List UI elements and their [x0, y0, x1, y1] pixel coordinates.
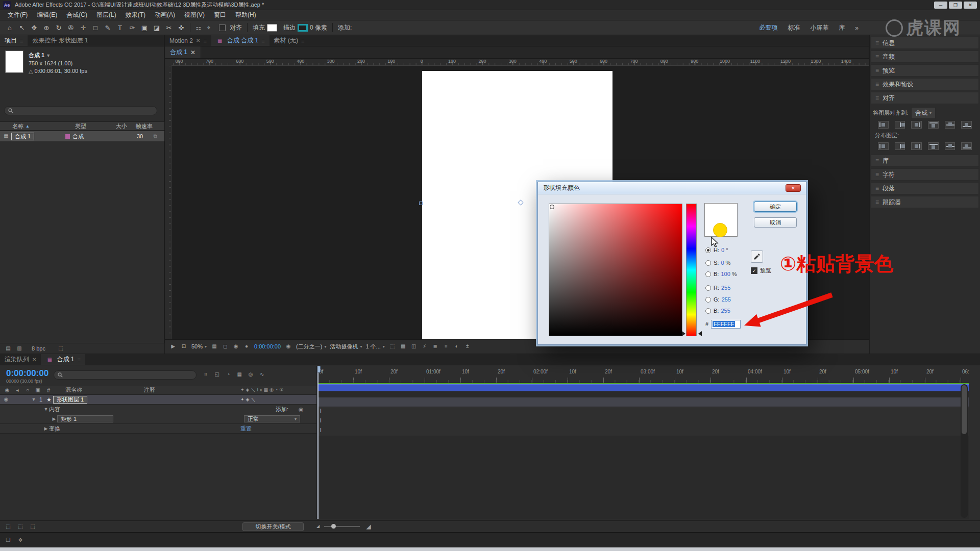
puppet-pin-tool-icon[interactable]: ✜: [176, 22, 187, 33]
graph-editor-icon[interactable]: ∿: [258, 371, 266, 378]
add-target-icon[interactable]: ◉: [299, 406, 304, 413]
column-comment[interactable]: 注释: [144, 386, 155, 394]
distribute-center-horizontal-icon[interactable]: [895, 142, 905, 150]
roto-brush-tool-icon[interactable]: ✂: [163, 22, 175, 33]
timeline-scrollbar[interactable]: [961, 384, 968, 518]
roi-icon[interactable]: ⬚: [388, 343, 397, 350]
rect-group-label[interactable]: 矩形 1: [57, 415, 113, 422]
twirl-icon[interactable]: ▼: [31, 397, 37, 402]
align-left-icon[interactable]: [878, 121, 889, 129]
layer-switches[interactable]: ✦◈＼: [240, 396, 257, 403]
orbit-camera-tool-icon[interactable]: ↻: [53, 22, 64, 33]
ok-button[interactable]: 确定: [754, 202, 797, 212]
lock-column-icon[interactable]: ▣: [34, 387, 42, 394]
minimize-button[interactable]: ─: [934, 2, 947, 9]
show-channel-icon[interactable]: ●: [242, 343, 251, 350]
selection-tool-icon[interactable]: ↖: [16, 22, 28, 33]
expand-render-time-icon[interactable]: ⬚: [16, 523, 24, 530]
workspace-small-screen[interactable]: 小屏幕: [806, 23, 832, 32]
radio-g[interactable]: [705, 297, 711, 303]
project-item-name[interactable]: 合成 1: [11, 133, 34, 140]
grid-guides-icon[interactable]: ▦: [210, 343, 218, 350]
composition-mini-flowchart-icon[interactable]: ⌗: [202, 371, 210, 378]
blend-mode-select[interactable]: 正常 ▾: [244, 415, 300, 422]
eye-icon[interactable]: ◉: [2, 396, 10, 403]
workspace-standard[interactable]: 标准: [783, 23, 804, 32]
snapshot-camera-icon[interactable]: ◉: [284, 343, 292, 350]
panel-preview[interactable]: ≡预览: [871, 64, 979, 77]
align-center-vertical-icon[interactable]: [945, 121, 955, 129]
playhead-line[interactable]: [317, 366, 318, 519]
shape-tool-icon[interactable]: □: [90, 22, 101, 33]
tab-project[interactable]: 项目 ≡: [0, 35, 28, 46]
playhead-handle[interactable]: [317, 366, 321, 372]
menu-item[interactable]: 动画(A): [150, 11, 180, 19]
flowchart-window-icon[interactable]: ❐: [4, 537, 12, 544]
add-label[interactable]: 添加:: [276, 406, 288, 413]
dialog-title-bar[interactable]: 形状填充颜色 ✕: [538, 182, 806, 194]
camera-view-select[interactable]: 活动摄像机▾: [330, 343, 362, 350]
panel-effects-presets[interactable]: ≡效果和预设: [871, 78, 979, 90]
fast-previews-icon[interactable]: ⚡: [421, 343, 429, 350]
mask-visibility-icon[interactable]: ◻: [221, 343, 229, 350]
radio-b[interactable]: [705, 271, 711, 277]
twirl-icon[interactable]: ▶: [51, 416, 57, 421]
cancel-button[interactable]: 取消: [754, 217, 797, 228]
project-item-row[interactable]: ▦ 合成 1 合成 30 ⧉: [0, 131, 164, 141]
exposure-icon[interactable]: ±: [463, 343, 472, 350]
radio-r[interactable]: [705, 285, 711, 291]
flowchart-button-icon[interactable]: ⌗: [442, 343, 450, 350]
pixel-aspect-icon[interactable]: ◫: [410, 343, 418, 350]
workspace-libraries[interactable]: 库: [835, 23, 849, 32]
distribute-top-icon[interactable]: [928, 142, 939, 150]
comp-name[interactable]: 合成 1: [29, 52, 44, 58]
color-field-cursor[interactable]: [550, 205, 554, 209]
radio-b2[interactable]: [705, 308, 711, 314]
stroke-value[interactable]: 0 像素: [310, 23, 327, 32]
menu-item[interactable]: 文件(F): [3, 11, 32, 19]
column-name[interactable]: 名称: [12, 122, 23, 130]
workspace-overflow[interactable]: »: [851, 24, 863, 32]
column-source-name[interactable]: 源名称: [65, 386, 82, 394]
effects-window-icon[interactable]: ✥: [16, 537, 24, 544]
zoom-out-mountain-icon[interactable]: ◢: [314, 523, 322, 530]
menu-item[interactable]: 效果(T): [121, 11, 150, 19]
snapshot-icon[interactable]: ◉: [232, 343, 240, 350]
transparency-grid-icon[interactable]: ▩: [399, 343, 407, 350]
hue-strip[interactable]: [686, 204, 697, 336]
close-tab-icon[interactable]: ✕: [32, 357, 36, 362]
radio-h[interactable]: [705, 247, 711, 253]
fill-swatch[interactable]: [267, 24, 277, 32]
zoom-select[interactable]: 50%▾: [191, 343, 207, 349]
distribute-left-icon[interactable]: [878, 142, 889, 150]
fill-label[interactable]: 填充: [253, 23, 265, 32]
align-top-icon[interactable]: [928, 121, 939, 129]
reset-link[interactable]: 重置: [240, 425, 252, 433]
comp-viewer-tab[interactable]: 合成 1 ✕: [165, 46, 201, 58]
radio-s[interactable]: [705, 260, 711, 266]
layer-switches-header[interactable]: ✦◈＼fx▦◎◔①: [240, 387, 285, 393]
maximize-button[interactable]: ❐: [949, 2, 962, 9]
hand-tool-icon[interactable]: ✥: [29, 22, 40, 33]
panel-menu-icon[interactable]: ≡: [20, 38, 23, 44]
menu-item[interactable]: 编辑(E): [32, 11, 62, 19]
audio-column-icon[interactable]: ◂: [13, 387, 21, 394]
layer-duration-bar[interactable]: [317, 397, 969, 407]
twirl-icon[interactable]: ▶: [43, 426, 49, 431]
toggle-switches-modes-button[interactable]: 切换开关/模式: [242, 522, 304, 531]
eraser-tool-icon[interactable]: ◪: [151, 22, 162, 33]
home-icon[interactable]: ⌂: [4, 22, 15, 33]
panel-character[interactable]: ≡字符: [871, 168, 979, 181]
twirl-icon[interactable]: ▼: [43, 407, 49, 412]
close-tab-icon[interactable]: ✕: [196, 38, 200, 43]
distribute-bottom-icon[interactable]: [961, 142, 972, 150]
align-right-icon[interactable]: [911, 121, 922, 129]
brush-tool-icon[interactable]: ✑: [127, 22, 138, 33]
column-framerate[interactable]: 帧速率: [136, 122, 153, 130]
timeline-button-icon[interactable]: ≣: [431, 343, 439, 350]
target-icon[interactable]: ⌖: [204, 23, 214, 32]
menu-item[interactable]: 帮助(H): [231, 11, 261, 19]
layer-row[interactable]: ◉ ▼ 1 ★ 形状图层 1 ✦◈＼: [0, 395, 316, 405]
hue-marker-left-icon[interactable]: [682, 331, 685, 336]
stroke-label[interactable]: 描边: [283, 23, 296, 32]
